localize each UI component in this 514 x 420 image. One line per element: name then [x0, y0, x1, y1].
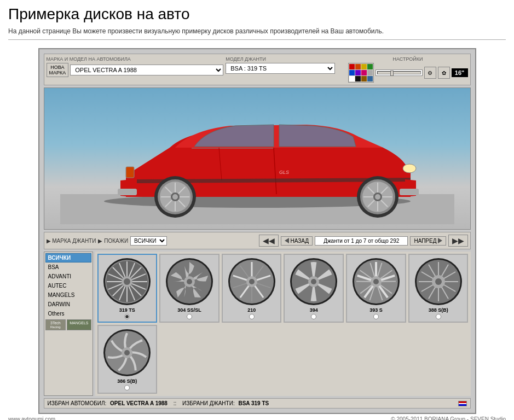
wheel-item-w1[interactable]: 319 TS [97, 254, 158, 323]
status-bar: ИЗБРАН АВТОМОБИЛ: OPEL VECTRA A 1988 :: … [44, 398, 471, 409]
wheel-image-w1 [102, 257, 152, 306]
car-image-area: GLS [44, 88, 471, 230]
brand-logo-row: 3TechRacing MANGELS [45, 319, 91, 330]
wheel-name-w5: 393 S [369, 307, 383, 313]
double-left-icon: ◀◀ [263, 236, 275, 245]
wheel-item-w5[interactable]: 393 S [346, 254, 406, 323]
wheel-item-w2[interactable]: 304 SS/SL [159, 254, 220, 323]
wheel-radio-w5[interactable] [373, 314, 379, 319]
brand-item-vsichki[interactable]: ВСИЧКИ [45, 253, 91, 262]
wheel-item-w6[interactable]: 388 S(B) [408, 254, 469, 323]
brightness-slider[interactable] [377, 71, 421, 74]
settings-control-group: НАСТРОЙКИ ⚙ ✿ 16" [348, 56, 468, 83]
car-select-row: НОВАМАРКА OPEL VECTRA A 1988 [47, 63, 224, 77]
car-control-group: МАРКА И МОДЕЛ НА АВТОМОБИЛА НОВАМАРКА OP… [47, 56, 224, 83]
svg-point-4 [403, 164, 416, 173]
wheel-item-w4[interactable]: 394 [284, 254, 344, 323]
wheels-grid: 319 TS 304 SS/SL 210 394 [95, 252, 471, 396]
page-subtitle: На данной странице Вы можете произвести … [8, 27, 506, 40]
wheel-image-w4 [289, 257, 338, 306]
color-cell[interactable] [349, 70, 355, 75]
wheel-name-w6: 388 S(B) [429, 307, 448, 313]
color-cell[interactable] [361, 76, 367, 81]
wheel-name-w3: 210 [247, 307, 256, 313]
wheel-image-w3 [227, 257, 276, 306]
status-car-label: ИЗБРАН АВТОМОБИЛ: [48, 400, 107, 406]
svg-point-65 [249, 279, 255, 284]
double-right-icon: ▶▶ [452, 236, 464, 245]
wheel-name-w4: 394 [310, 307, 318, 313]
wheel-radio-w1[interactable] [124, 314, 130, 319]
wheel-item-w7[interactable]: 386 S(B) [97, 325, 158, 394]
footer-right: © 2005-2011 BORIANA Group - SEVEN Studio [391, 416, 506, 420]
svg-point-73 [373, 279, 379, 284]
color-cell[interactable] [349, 76, 355, 81]
brand-label: ▶ МАРКА ДЖАНТИ [47, 238, 96, 244]
next-arrow-icon [438, 238, 442, 243]
bottom-panel: ВСИЧКИBSAADVANTIAUTECMANGELSDARWINOthers… [44, 252, 471, 396]
status-car: ИЗБРАН АВТОМОБИЛ: OPEL VECTRA A 1988 :: … [48, 400, 269, 406]
new-brand-button[interactable]: НОВАМАРКА [47, 63, 69, 77]
back-to-start-button[interactable]: ◀◀ [259, 235, 279, 247]
svg-point-69 [311, 279, 316, 284]
next-to-end-button[interactable]: ▶▶ [448, 235, 468, 247]
brand-logo-3tech[interactable]: 3TechRacing [45, 319, 66, 330]
color-cell[interactable] [355, 76, 361, 81]
svg-rect-7 [118, 189, 137, 195]
settings-icon1[interactable]: ⚙ [424, 67, 436, 79]
brand-item-autec[interactable]: AUTEC [45, 281, 91, 290]
brand-item-others[interactable]: Others [45, 309, 91, 318]
wheel-name-w1: 319 TS [119, 307, 135, 313]
svg-text:GLS: GLS [279, 170, 289, 175]
brand-item-advanti[interactable]: ADVANTI [45, 272, 91, 281]
next-label: НАПРЕД [414, 238, 436, 244]
show-label: ▶ ПОКАЖИ [98, 238, 128, 244]
wheel-radio-w3[interactable] [249, 314, 255, 319]
svg-point-47 [124, 278, 130, 285]
model-label: МОДЕЛ ДЖАНТИ [226, 56, 345, 62]
next-button[interactable]: НАПРЕД [410, 236, 446, 246]
page-title: Примерка дисков на авто [8, 5, 506, 23]
status-separator: :: [174, 400, 177, 406]
wheel-image-w2 [165, 257, 214, 306]
color-cell[interactable] [349, 64, 355, 69]
svg-point-89 [435, 278, 442, 285]
footer: www.avtogumi.com © 2005-2011 BORIANA Gro… [8, 414, 506, 420]
main-container: МАРКА И МОДЕЛ НА АВТОМОБИЛА НОВАМАРКА OP… [38, 48, 476, 414]
wheel-radio-w7[interactable] [124, 385, 130, 390]
brand-item-mangels[interactable]: MANGELS [45, 290, 91, 300]
page-wrapper: Примерка дисков на авто На данной страни… [0, 0, 514, 420]
color-cell[interactable] [367, 64, 373, 69]
settings-label: НАСТРОЙКИ [393, 56, 423, 62]
wheel-image-w6 [414, 257, 463, 306]
color-cell[interactable] [361, 70, 367, 75]
wheel-radio-w4[interactable] [311, 314, 316, 319]
back-arrow-icon [285, 238, 289, 243]
status-wheel-value: BSA 319 TS [238, 400, 269, 406]
show-filter-select[interactable]: ВСИЧКИ [130, 236, 167, 246]
top-controls: МАРКА И МОДЕЛ НА АВТОМОБИЛА НОВАМАРКА OP… [44, 54, 471, 85]
color-cell[interactable] [355, 64, 361, 69]
color-cell[interactable] [367, 76, 373, 81]
wheel-radio-w6[interactable] [436, 314, 441, 319]
svg-point-93 [124, 350, 130, 355]
brand-item-bsa[interactable]: BSA [45, 262, 91, 272]
page-info: Джанти от 1 до 7 от общо 292 [315, 236, 408, 246]
back-button[interactable]: НАЗАД [281, 236, 313, 246]
color-cell[interactable] [361, 64, 367, 69]
wheel-item-w3[interactable]: 210 [222, 254, 282, 323]
brand-logo-mangels[interactable]: MANGELS [67, 319, 91, 330]
status-wheel-label: ИЗБРАНИ ДЖАНТИ: [182, 400, 235, 406]
settings-icon2[interactable]: ✿ [438, 67, 450, 79]
wheel-radio-w2[interactable] [187, 314, 192, 319]
flag-icon[interactable] [458, 401, 467, 406]
brands-list: ВСИЧКИBSAADVANTIAUTECMANGELSDARWINOthers… [44, 252, 93, 396]
bottom-controls: ▶ МАРКА ДЖАНТИ ▶ ПОКАЖИ ВСИЧКИ ◀◀ НАЗАД … [44, 232, 471, 249]
color-cell[interactable] [355, 70, 361, 75]
color-cell[interactable] [367, 70, 373, 75]
car-select[interactable]: OPEL VECTRA A 1988 [70, 65, 223, 75]
brand-item-darwin[interactable]: DARWIN [45, 300, 91, 309]
svg-point-25 [172, 194, 178, 200]
wheel-image-w5 [351, 257, 401, 306]
model-select[interactable]: BSA : 319 TS [226, 63, 335, 74]
